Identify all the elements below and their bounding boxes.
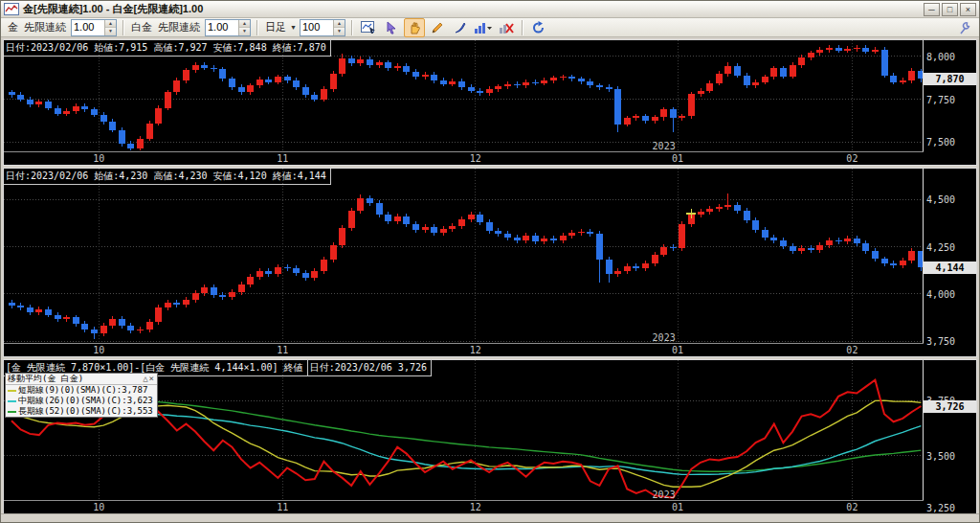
platinum-candlestick-canvas[interactable] [4,169,923,344]
x-axis-month-label: 12 [470,153,481,164]
window-title: 金[先限連続]1.00 - 白金[先限連続]1.00 [23,2,924,16]
x-axis-month-label: 12 [470,502,481,512]
legend-item-sma-short: 短期線(9)(0)(SMA)(C):3,787 [6,385,157,396]
title-bar: 金[先限連続]1.00 - 白金[先限連続]1.00 ─ □ × [1,1,979,18]
last-price-tag: 4,144 [924,262,976,274]
wrench-settings-icon[interactable] [953,18,974,37]
spread-chart-panel[interactable]: 3,7503,5003,2503,726 1011120102 [金 先限連続 … [3,359,977,514]
y-axis-label: 4,250 [926,242,955,253]
sma-mid-swatch [8,400,16,402]
gold-chart-panel[interactable]: 8,0007,7507,5007,870 1011120102 日付:2023/… [3,39,977,166]
spread-date-value-label: 日付:2023/02/06 3,726 [308,360,432,376]
refresh-tool-button[interactable] [528,18,549,37]
close-button[interactable]: × [960,3,976,16]
x-axis-month-label: 02 [846,153,858,164]
x-axis-month-label: 10 [93,153,104,164]
gold-x-axis: 1011120102 [4,151,924,165]
hand-tool-button[interactable] [404,18,425,37]
y-axis-label: 8,000 [926,52,955,62]
app-window: 金[先限連続]1.00 - 白金[先限連続]1.00 ─ □ × 金 先限連続 … [0,0,980,523]
x-axis-month-label: 01 [672,153,683,164]
delete-drawing-tool-button[interactable] [496,18,517,37]
legend-title: 移動平均(金 白金) [8,374,83,384]
legend-item-sma-long: 長期線(52)(0)(SMA)(C):3,553 [6,406,157,417]
gold-ohlc-info: 日付:2023/02/06 始値:7,915 高値:7,927 安値:7,848… [4,40,331,57]
y-axis-label: 4,000 [926,289,955,300]
period-dropdown[interactable]: 日足 [265,20,286,34]
x-axis-month-label: 02 [846,345,858,355]
x-axis-month-label: 12 [470,345,481,355]
platinum-ohlc-info: 日付:2023/02/06 始値:4,230 高値:4,230 安値:4,120… [4,169,331,185]
x-axis-month-label: 02 [846,502,858,512]
indicator-chart-tool-button[interactable] [473,18,494,37]
pencil-tool-button[interactable] [427,18,448,37]
toolbar: 金 先限連続 1.00 ▲▼ 白金 先限連続 1.00 ▲▼ 日足 ▼ 100 … [1,18,979,37]
x-axis-month-label: 11 [277,502,288,512]
year-label: 2023 [653,332,676,343]
chart-select-tool-button[interactable] [358,18,379,37]
x-axis-month-label: 10 [93,502,104,512]
pen-tool-button[interactable] [450,18,471,37]
gold-ratio-input[interactable]: 1.00 ▲▼ [71,19,117,36]
x-axis-month-label: 01 [672,502,683,512]
x-axis-month-label: 11 [277,345,288,355]
spread-x-axis: 1011120102 [4,500,924,513]
y-axis-label: 3,500 [926,451,955,462]
legend-close-icon[interactable]: × [149,374,155,383]
legend-item-sma-mid: 中期線(26)(0)(SMA)(C):3,623 [6,396,157,406]
year-label: 2023 [653,141,676,151]
chart-app-icon [4,3,19,15]
window-bottom-edge [1,513,979,522]
platinum-y-axis: 4,5004,2504,0003,7504,144 [923,169,976,356]
year-label: 2023 [653,489,676,500]
toolbar-separator [522,20,523,35]
moving-average-legend: 移動平均(金 白金) △× 短期線(9)(0)(SMA)(C):3,787 中期… [5,373,158,418]
pointer-tool-button[interactable] [381,18,402,37]
platinum-chart-panel[interactable]: 4,5004,2504,0003,7504,144 1011120102 日付:… [3,168,977,357]
platinum-series-label: 先限連続 [158,20,200,34]
platinum-symbol-label: 白金 [131,20,152,34]
x-axis-month-label: 10 [93,345,104,355]
platinum-ratio-input[interactable]: 1.00 ▲▼ [205,19,251,36]
spread-y-axis: 3,7503,5003,2503,726 [923,360,976,513]
gold-ratio-spinner[interactable]: ▲▼ [104,20,116,35]
gold-symbol-label: 金 [8,20,18,34]
platinum-ratio-spinner[interactable]: ▲▼ [238,20,250,35]
sma-short-swatch [8,390,16,392]
sma-long-swatch [8,411,16,413]
bar-count-input[interactable]: 100 ▲▼ [300,19,345,36]
toolbar-separator [351,20,353,35]
platinum-x-axis: 1011120102 [4,343,924,356]
y-axis-label: 4,500 [926,194,955,205]
bar-count-spinner[interactable]: ▲▼ [333,20,345,35]
x-axis-month-label: 01 [672,345,683,355]
gold-candlestick-canvas[interactable] [4,40,923,152]
last-price-tag: 3,726 [924,400,976,413]
gold-series-label: 先限連続 [24,20,66,34]
last-price-tag: 7,870 [924,73,976,85]
x-axis-month-label: 11 [277,153,288,164]
y-axis-label: 7,750 [926,95,955,105]
maximize-button[interactable]: □ [942,3,958,16]
y-axis-label: 3,750 [926,336,955,347]
toolbar-separator [122,20,124,35]
y-axis-label: 3,250 [926,503,955,513]
minimize-button[interactable]: ─ [924,3,940,16]
y-axis-label: 7,500 [926,137,955,148]
toolbar-separator [256,20,258,35]
gold-y-axis: 8,0007,7507,5007,870 [923,40,976,165]
chevron-down-icon[interactable]: ▼ [290,24,297,31]
